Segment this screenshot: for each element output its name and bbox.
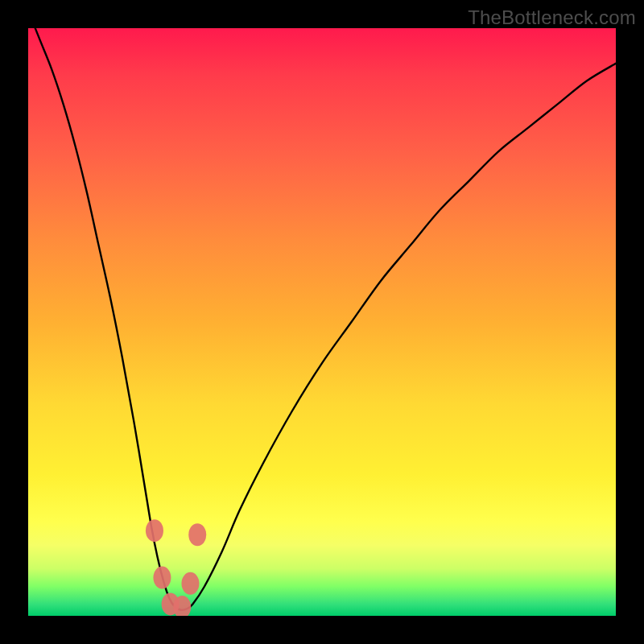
chart-frame: TheBottleneck.com <box>0 0 644 644</box>
bottleneck-curve <box>28 28 616 610</box>
plot-area <box>28 28 616 616</box>
curve-markers <box>146 519 206 616</box>
curve-marker <box>146 519 163 542</box>
watermark-text: TheBottleneck.com <box>468 6 636 29</box>
curve-marker <box>153 567 171 589</box>
curve-layer <box>28 28 616 616</box>
curve-marker <box>188 523 206 546</box>
curve-marker <box>181 572 199 595</box>
